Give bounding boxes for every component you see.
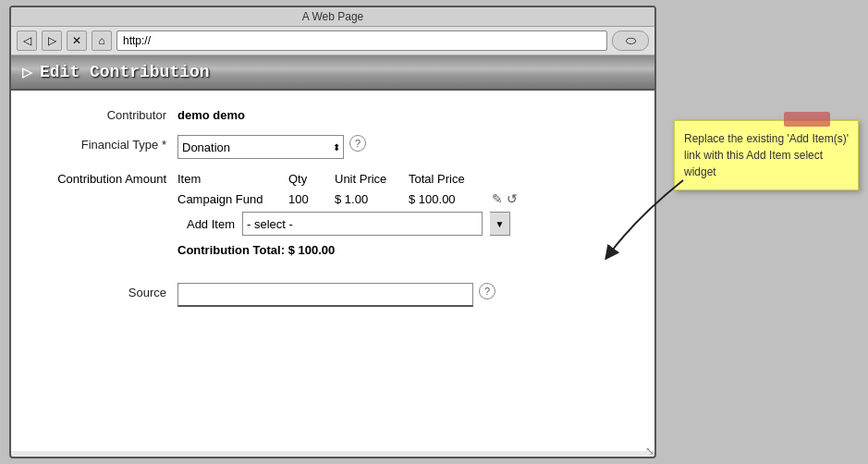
contribution-total-label: Contribution Total:	[177, 243, 285, 257]
annotation-arrow	[581, 171, 692, 263]
financial-type-label: Financial Type *	[30, 135, 177, 152]
refresh-line-item-button[interactable]: ↺	[507, 191, 518, 206]
table-row: Campaign Fund 100 $ 1.00 $ 100.00 ✎ ↺	[177, 191, 636, 206]
source-input[interactable]	[177, 283, 473, 307]
financial-type-select[interactable]: Donation Event Fee Member Dues	[177, 135, 344, 159]
contribution-total-value: $ 100.00	[288, 243, 336, 257]
line-item-actions: ✎ ↺	[492, 191, 518, 206]
line-item-qty: 100	[288, 192, 335, 206]
forward-button[interactable]: ▷	[42, 31, 62, 51]
stop-button[interactable]: ✕	[67, 31, 87, 51]
browser-window: A Web Page ◁ ▷ ✕ ⌂ ⬭ ▷ Edit Contribution…	[9, 6, 656, 458]
add-item-row: Add Item - select - Campaign Fund Genera…	[177, 212, 636, 236]
line-item-total-price: $ 100.00	[409, 192, 492, 206]
page-header: ▷ Edit Contribution	[11, 55, 654, 91]
col-header-qty: Qty	[288, 172, 335, 186]
resize-handle[interactable]: ⤡	[642, 444, 654, 457]
contribution-total: Contribution Total: $ 100.00	[177, 243, 636, 257]
contribution-amount-section: Contribution Amount Item Qty Unit Price …	[30, 172, 636, 270]
add-item-dropdown-button[interactable]: ▼	[490, 212, 510, 236]
browser-title: A Web Page	[302, 10, 364, 23]
contributor-row: Contributor demo demo	[30, 105, 636, 122]
col-header-unit-price: Unit Price	[335, 172, 409, 186]
add-item-select[interactable]: - select - Campaign Fund General Fund	[242, 212, 483, 236]
add-item-label: Add Item	[177, 217, 235, 231]
contribution-amount-label: Contribution Amount	[30, 172, 177, 186]
contributor-label: Contributor	[30, 105, 177, 122]
financial-type-row: Financial Type * Donation Event Fee Memb…	[30, 135, 636, 159]
table-header: Item Qty Unit Price Total Price	[177, 172, 636, 186]
browser-titlebar: A Web Page	[11, 7, 654, 27]
edit-line-item-button[interactable]: ✎	[492, 191, 503, 206]
line-item-name: Campaign Fund	[177, 192, 288, 206]
search-button[interactable]: ⬭	[612, 31, 649, 51]
sticky-tape	[784, 112, 830, 127]
contribution-table: Item Qty Unit Price Total Price Campaign…	[177, 172, 636, 270]
search-icon: ⬭	[626, 33, 636, 48]
page-content: ▷ Edit Contribution Contributor demo dem…	[11, 55, 654, 451]
help-icon-symbol: ?	[355, 138, 361, 149]
page-title: Edit Contribution	[40, 63, 210, 81]
col-header-item: Item	[177, 172, 288, 186]
financial-type-help-icon[interactable]: ?	[349, 135, 366, 152]
source-help-icon[interactable]: ?	[479, 283, 495, 299]
address-bar[interactable]	[116, 31, 607, 51]
source-row: Source ?	[30, 283, 636, 307]
home-button[interactable]: ⌂	[92, 31, 112, 51]
add-item-select-wrapper: - select - Campaign Fund General Fund	[242, 212, 483, 236]
back-button[interactable]: ◁	[17, 31, 37, 51]
contributor-value: demo demo	[177, 105, 245, 122]
browser-toolbar: ◁ ▷ ✕ ⌂ ⬭	[11, 27, 654, 55]
help-icon-symbol: ?	[484, 286, 490, 297]
col-header-total-price: Total Price	[409, 172, 492, 186]
source-label: Source	[30, 283, 177, 299]
sticky-note-text: Replace the existing 'Add Item(s)' link …	[684, 132, 849, 178]
line-item-unit-price: $ 1.00	[335, 192, 409, 206]
form-area: Contributor demo demo Financial Type * D…	[11, 91, 654, 335]
header-icon: ▷	[22, 65, 32, 79]
financial-type-wrapper: Donation Event Fee Member Dues ⬍	[177, 135, 344, 159]
sticky-note: Replace the existing 'Add Item(s)' link …	[674, 120, 859, 190]
